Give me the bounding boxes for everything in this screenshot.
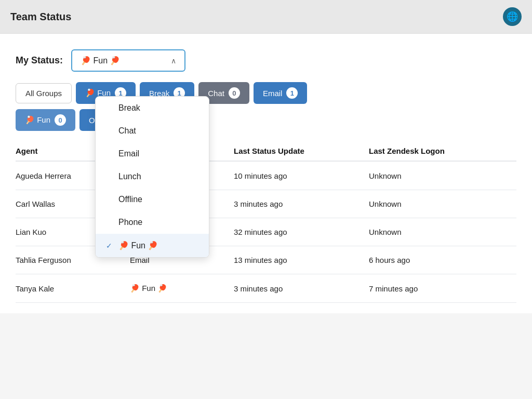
dropdown-item-label-phone: Phone (118, 218, 142, 227)
agent-last-update: 13 minutes ago (234, 256, 369, 264)
agent-last-update: 3 minutes ago (234, 284, 369, 293)
all-groups-label: All Groups (25, 89, 62, 98)
agent-last-update: 3 minutes ago (234, 200, 369, 208)
my-status-row: My Status: 🏓 Fun 🏓 ∧ (16, 49, 516, 72)
agent-name: Tanya Kale (16, 284, 130, 293)
status-dropdown-menu: Break Chat Email Lunch Offline Phone ✓ 🏓… (95, 96, 209, 258)
agents-table: Agent Status Last Status Update Last Zen… (16, 141, 516, 303)
table-row: Carl Wallas Phone 3 minutes ago Unknown (16, 190, 516, 218)
agent-last-logon: Unknown (369, 171, 516, 180)
col-last-update: Last Status Update (234, 147, 369, 155)
dropdown-item-label-email: Email (118, 149, 139, 158)
agent-last-update: 10 minutes ago (234, 171, 369, 180)
dropdown-item-lunch[interactable]: Lunch (96, 165, 209, 188)
dropdown-item-email[interactable]: Email (96, 142, 209, 165)
agent-last-logon: Unknown (369, 200, 516, 208)
table-row: Tanya Kale 🏓 Fun 🏓 3 minutes ago 7 minut… (16, 274, 516, 303)
dropdown-item-label-fun: 🏓 Fun 🏓 (118, 241, 158, 250)
app-header: Team Status 🌐 (0, 0, 532, 34)
chevron-up-icon: ∧ (171, 57, 176, 65)
all-groups-button[interactable]: All Groups (16, 83, 72, 103)
filters-row: All Groups 🏓 Fun 1 Break 1 Chat 0 Email … (16, 82, 516, 104)
dropdown-item-label-offline: Offline (118, 195, 142, 204)
dropdown-item-break[interactable]: Break (96, 97, 209, 119)
filters-row-2: 🏓 Fun 0 Offline 1 Phone 1 (16, 109, 516, 131)
filter-fun2-badge: 0 (55, 114, 66, 126)
col-last-logon: Last Zendesk Logon (369, 147, 516, 155)
filter-chat-badge: 0 (229, 87, 240, 99)
table-row: Agueda Herrera 🏓 Fun 🏓 10 minutes ago Un… (16, 162, 516, 190)
status-dropdown[interactable]: 🏓 Fun 🏓 ∧ (71, 49, 185, 72)
table-row: Tahlia Ferguson Email 13 minutes ago 6 h… (16, 246, 516, 274)
dropdown-item-phone[interactable]: Phone (96, 211, 209, 234)
page-title: Team Status (10, 11, 71, 23)
filter-email-button[interactable]: Email 1 (254, 82, 308, 104)
user-avatar[interactable]: 🌐 (503, 7, 522, 26)
dropdown-item-label-break: Break (118, 103, 140, 113)
dropdown-item-chat[interactable]: Chat (96, 119, 209, 142)
dropdown-item-label-lunch: Lunch (118, 172, 141, 181)
agent-last-logon: 6 hours ago (369, 256, 516, 264)
dropdown-item-offline[interactable]: Offline (96, 188, 209, 211)
agent-last-logon: 7 minutes ago (369, 284, 516, 293)
status-dropdown-value: 🏓 Fun 🏓 (81, 56, 120, 65)
agent-last-logon: Unknown (369, 228, 516, 236)
filter-email-label: Email (263, 89, 283, 98)
table-row: Lian Kuo Offline 32 minutes ago Unknown (16, 218, 516, 246)
filter-fun2-label: 🏓 Fun (25, 115, 50, 125)
filter-email-badge: 1 (286, 87, 298, 99)
dropdown-item-label-chat: Chat (118, 126, 136, 136)
filter-chat-label: Chat (208, 89, 224, 98)
agent-last-update: 32 minutes ago (234, 228, 369, 236)
dropdown-item-fun[interactable]: ✓ 🏓 Fun 🏓 (96, 234, 209, 257)
my-status-label: My Status: (16, 55, 63, 66)
agent-status: 🏓 Fun 🏓 (130, 284, 234, 293)
filter-fun2-button[interactable]: 🏓 Fun 0 (16, 109, 75, 131)
checkmark-fun: ✓ (106, 242, 114, 250)
table-header: Agent Status Last Status Update Last Zen… (16, 141, 516, 162)
main-content: My Status: 🏓 Fun 🏓 ∧ Break Chat Email Lu… (0, 34, 532, 313)
